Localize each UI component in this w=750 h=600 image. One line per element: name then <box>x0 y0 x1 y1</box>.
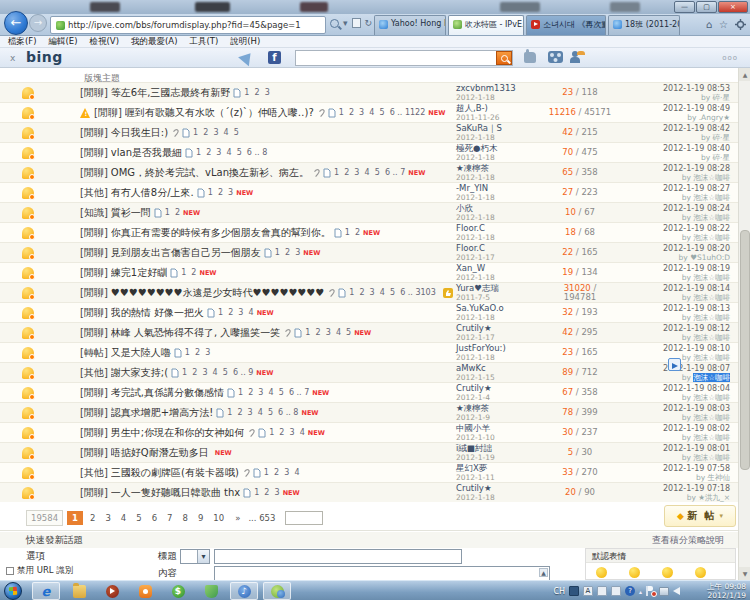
last-post-author[interactable]: 泡沫☆咖啡 <box>693 393 730 402</box>
last-post-author[interactable]: ★洪九_× <box>698 493 730 502</box>
points-policy-link[interactable]: 查看積分策略說明 <box>652 534 724 547</box>
thread-category[interactable]: [知識] <box>80 206 108 220</box>
thread-title-link[interactable]: 謝大家支持;( <box>111 366 168 380</box>
author-link[interactable]: ★凍檸茶 <box>456 164 548 173</box>
network-icon[interactable] <box>659 587 669 596</box>
menu-item[interactable]: 檔案(F) <box>8 36 37 48</box>
thread-page-links[interactable]: 1 2 3 4 5 6 .. 7 <box>334 168 405 177</box>
scrollbar-thumb[interactable] <box>740 230 750 470</box>
thread-page-links[interactable]: 1 2 3 4 5 6 .. 8 <box>196 148 267 157</box>
last-post-author[interactable]: 泡沫☆咖啡 <box>693 273 730 282</box>
thread-page-links[interactable]: 1 2 3 <box>185 348 210 357</box>
last-post-author[interactable]: 碎·星 <box>713 153 730 162</box>
author-link[interactable]: Crutily★ <box>456 384 548 393</box>
thread-title-link[interactable]: 唔掂好Q耐潛左勁多日 <box>111 446 209 460</box>
thread-title-link[interactable]: 質衫一問 <box>111 206 151 220</box>
thread-title-link[interactable]: 見到朋友出言傷害自己另一個朋友 <box>111 246 261 260</box>
thread-category[interactable]: [閒聊] <box>80 126 108 140</box>
thread-page-links[interactable]: 1 2 3 4 5 6 .. 8 <box>227 408 298 417</box>
last-post-time[interactable]: 2012-1-19 08:27 <box>612 184 730 193</box>
smiley-1-emoticon-icon[interactable] <box>596 567 607 578</box>
last-post-time[interactable]: 2012-1-19 08:24 <box>612 204 730 213</box>
last-post-author[interactable]: 泡沫☆咖啡 <box>693 453 730 462</box>
thread-category[interactable]: [其他] <box>80 366 108 380</box>
thread-page-links[interactable]: 1 2 3 <box>208 188 233 197</box>
taskbar-clock[interactable]: 上午 09:08 2012/1/19 <box>707 583 746 600</box>
last-post-time[interactable]: 2012-1-19 08:02 <box>612 424 730 433</box>
author-link[interactable]: JustForYou:) <box>456 344 548 353</box>
title-prefix-select[interactable] <box>180 549 210 564</box>
menu-item[interactable]: 檢視(V) <box>90 36 119 48</box>
smiley-3-emoticon-icon[interactable] <box>662 567 673 578</box>
thread-category[interactable]: [轉帖] <box>80 346 108 360</box>
last-post-time[interactable]: 2012-1-19 08:19 <box>612 264 730 273</box>
person-sparkle-icon[interactable] <box>572 51 578 57</box>
author-link[interactable]: -Mr_YIN <box>456 184 548 193</box>
thread-page-links[interactable]: 1 2 <box>165 208 180 217</box>
author-link[interactable]: Crutily★ <box>456 324 548 333</box>
last-post-author[interactable]: 泡沫☆咖啡 <box>693 213 730 222</box>
author-link[interactable]: 超人,B-) <box>456 104 548 113</box>
show-hidden-icons-chevron[interactable]: ▴ <box>639 588 642 595</box>
last-post-time[interactable]: 2012-1-19 08:49 <box>612 104 730 113</box>
last-post-author[interactable]: 碎·星 <box>713 133 730 142</box>
last-post-time[interactable]: 2012-1-19 08:04 <box>612 384 730 393</box>
thread-category[interactable]: [閒聊] <box>80 166 108 180</box>
toolbar-search-button[interactable] <box>496 51 512 65</box>
thread-title-link[interactable]: 我的熱情 好像一把火 <box>111 306 204 320</box>
thread-title-link[interactable]: 你真正有需要的時候有多少個朋友會真的幫到你。 <box>111 226 331 240</box>
last-post-time[interactable]: 2012-1-19 08:12 <box>612 324 730 333</box>
thread-page-links[interactable]: 1 2 3 4 <box>269 428 305 437</box>
thread-category[interactable]: [閒聊] <box>80 386 108 400</box>
gear-icon[interactable] <box>735 19 746 30</box>
accelerator-icon[interactable] <box>668 358 681 371</box>
thread-title-link[interactable]: OMG，終於考完試、vLan換左新衫、病左。 <box>111 166 309 180</box>
thread-page-links[interactable]: 1 2 3 4 5 6 .. 7 <box>238 388 309 397</box>
thread-title-link[interactable]: 林峰 人氣恐怖得不得了, 入嚟搵笑一笑 <box>111 326 281 340</box>
money-taskbar-button[interactable]: $ <box>164 582 192 600</box>
author-link[interactable]: Floor.C <box>456 244 548 253</box>
browser-tab[interactable]: Yahoo! Hong Ko... <box>374 15 446 35</box>
thread-category[interactable]: [閒聊] <box>80 286 108 300</box>
author-link[interactable]: 星幻X夢 <box>456 464 548 473</box>
last-post-time[interactable]: 2012-1-19 08:14 <box>612 284 730 293</box>
last-post-author[interactable]: 泡沫☆咖啡 <box>693 333 730 342</box>
share-kite-icon[interactable] <box>238 49 256 66</box>
next-pages-link[interactable]: » <box>231 513 244 523</box>
last-post-time[interactable]: 2012-1-19 07:58 <box>612 464 730 473</box>
scroll-up-icon[interactable]: ▲ <box>539 568 548 577</box>
refresh-icon[interactable]: ↻ <box>365 18 373 28</box>
last-post-time[interactable]: 2012-1-19 08:28 <box>612 164 730 173</box>
last-post-time[interactable]: 2012-1-19 08:03 <box>612 404 730 413</box>
author-link[interactable]: 小欣 <box>456 204 548 213</box>
thread-category[interactable]: [閒聊] <box>80 246 108 260</box>
thread-category[interactable]: [閒聊] <box>80 86 108 100</box>
page-link[interactable]: 10 <box>210 511 227 525</box>
thread-page-links[interactable]: 1 2 3 <box>244 88 269 97</box>
menu-item[interactable]: 編輯(E) <box>49 36 78 48</box>
music-taskbar-button[interactable]: ♪ <box>230 582 258 600</box>
favorites-star-icon[interactable]: ☆ <box>719 19 728 30</box>
shield-taskbar-button[interactable] <box>197 582 225 600</box>
page-link[interactable]: 7 <box>164 511 175 525</box>
author-link[interactable]: SaKuRa｜S <box>456 124 548 133</box>
thread-page-links[interactable]: 1 2 3 4 <box>264 468 300 477</box>
author-link[interactable]: zxcvbnm1313 <box>456 84 548 93</box>
thread-category[interactable]: [其他] <box>80 466 108 480</box>
last-post-time[interactable]: 2012-1-19 08:22 <box>612 224 730 233</box>
author-link[interactable]: ★凍檸茶 <box>456 404 548 413</box>
menu-item[interactable]: 說明(H) <box>230 36 260 48</box>
author-link[interactable]: 中國小羊 <box>456 424 548 433</box>
thread-category[interactable]: [閒聊] <box>94 106 122 120</box>
media-icon[interactable] <box>548 51 563 63</box>
thread-category[interactable]: [閒聊] <box>80 406 108 420</box>
thread-page-links[interactable]: 1 2 3 <box>275 248 300 257</box>
thread-category[interactable]: [閒聊] <box>80 446 108 460</box>
browser-tab[interactable]: 吹水特區 - IPvE...× <box>448 15 524 35</box>
last-post-author[interactable]: 泡沫☆咖啡 <box>693 193 730 202</box>
smiley-4-emoticon-icon[interactable] <box>695 567 706 578</box>
thread-page-links[interactable]: 1 2 3 4 5 <box>305 328 351 337</box>
maximize-button[interactable]: ▢ <box>696 1 717 13</box>
home-icon[interactable]: ⌂ <box>706 19 712 30</box>
last-post-author[interactable]: 泡沫☆咖啡 <box>693 373 730 382</box>
